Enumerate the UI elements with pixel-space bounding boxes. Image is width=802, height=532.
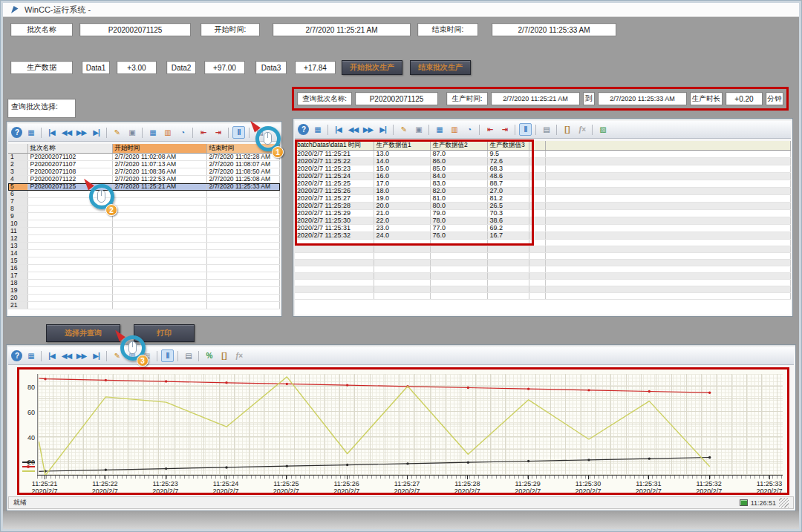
data-row[interactable]: 2020/2/7 11:25:2517.083.088.7 (295, 180, 791, 188)
start-batch-button[interactable]: 开始批次生产 (342, 60, 402, 75)
help-icon[interactable]: ? (11, 127, 22, 138)
toolbar-separator (177, 351, 178, 361)
pause-icon[interactable]: ‖ (232, 126, 245, 139)
percent-icon[interactable]: % (203, 349, 215, 362)
batch-row[interactable]: 13 (8, 243, 280, 250)
next-icon[interactable]: ▶▶ (75, 349, 88, 362)
start-time-field[interactable]: 2/7/2020 11:25:21 AM (273, 23, 411, 36)
batch-row[interactable]: 7 (8, 198, 280, 206)
batch-row[interactable]: 12 (8, 235, 280, 243)
first-record-icon[interactable]: |◀ (332, 123, 345, 136)
data-row[interactable]: 2020/2/7 11:25:2820.080.026.5 (295, 203, 791, 210)
next-icon[interactable]: ▶▶ (75, 126, 88, 139)
end-time-field[interactable]: 2/7/2020 11:25:33 AM (492, 23, 616, 36)
data-row[interactable]: 2020/2/7 11:25:2113.087.09.5 (295, 151, 791, 158)
batch-row[interactable]: 18 (8, 280, 280, 287)
copy-icon[interactable]: ▣ (125, 126, 138, 139)
pause-icon[interactable]: ‖ (519, 123, 532, 136)
print-button[interactable]: 打印 (134, 324, 195, 342)
columns-icon[interactable]: ▥ (448, 123, 460, 136)
batch-row[interactable]: 6 (8, 191, 280, 198)
batch-name-field[interactable]: P202002071125 (79, 23, 191, 36)
batch-row[interactable]: 9 (8, 213, 280, 220)
data-row[interactable]: 2020/2/7 11:25:2315.085.068.3 (295, 165, 791, 173)
batch-row[interactable]: 10 (8, 220, 280, 228)
batch-row[interactable]: 17 (8, 272, 280, 280)
batch-row[interactable]: 2P2020020711072/7/2020 11:07:13 AM2/7/20… (8, 161, 280, 168)
query-batch-name-value[interactable]: P202002071125 (355, 92, 438, 105)
previous-icon[interactable]: ◀◀ (60, 126, 73, 139)
export-icon[interactable]: ▦ (25, 349, 37, 362)
copy-icon[interactable]: ▣ (412, 123, 425, 136)
data-row[interactable] (295, 246, 791, 253)
select-and-query-button[interactable]: 选择并查询 (46, 324, 120, 342)
data-row[interactable]: 2020/2/7 11:25:2921.079.070.3 (295, 210, 791, 217)
batch-row[interactable]: 14 (8, 250, 280, 257)
help-icon[interactable]: ? (298, 124, 309, 135)
batch-row[interactable]: 3P2020020711082/7/2020 11:08:36 AM2/7/20… (8, 168, 280, 176)
last-record-icon[interactable]: ▶| (90, 349, 102, 362)
data-col-header (545, 141, 791, 151)
batch-row[interactable]: 15 (8, 257, 280, 265)
data-row[interactable] (295, 286, 791, 293)
data-cell (545, 180, 791, 188)
batch-row[interactable]: 11 (8, 228, 280, 235)
data-row[interactable]: 2020/2/7 11:25:2416.084.048.6 (295, 173, 791, 180)
data3-field[interactable]: +17.84 (295, 61, 336, 74)
help-icon[interactable]: ? (11, 350, 22, 361)
data-row[interactable] (295, 266, 791, 273)
batch-row[interactable]: 21 (8, 302, 280, 309)
data-row[interactable] (295, 280, 791, 286)
data-row[interactable] (295, 260, 791, 266)
select-range-icon[interactable]: [ ] (561, 123, 573, 136)
next-icon[interactable]: ▶▶ (362, 123, 374, 136)
data-row[interactable]: 2020/2/7 11:25:2618.082.027.0 (295, 188, 791, 195)
batch-row[interactable]: 5P2020020711252/7/2020 11:25:21 AM2/7/20… (8, 183, 280, 191)
time-range-end-icon[interactable]: ⇥ (498, 123, 511, 136)
pause-icon[interactable]: ‖ (161, 349, 174, 362)
export-icon[interactable]: ▦ (311, 123, 324, 136)
print-icon[interactable]: ▤ (182, 349, 195, 362)
batch-row[interactable]: 16 (8, 265, 280, 272)
time-range-end-icon[interactable]: ⇥ (212, 126, 224, 139)
resize-grip-icon[interactable] (779, 498, 789, 508)
columns-icon[interactable]: ▥ (161, 126, 174, 139)
previous-icon[interactable]: ◀◀ (347, 123, 359, 136)
select-range-icon[interactable]: [ ] (218, 349, 230, 362)
export-icon[interactable]: ▦ (25, 126, 37, 139)
x-major-tick (45, 476, 45, 479)
previous-icon[interactable]: ◀◀ (60, 349, 73, 362)
first-record-icon[interactable]: |◀ (45, 126, 58, 139)
batch-row[interactable]: 20 (8, 295, 280, 302)
data2-field[interactable]: +97.00 (204, 61, 245, 74)
data-row[interactable]: 2020/2/7 11:25:3022.078.038.6 (295, 217, 791, 225)
statistics-icon[interactable]: ▧ (596, 123, 609, 136)
batch-row[interactable]: 8 (8, 206, 280, 213)
data-row[interactable] (295, 293, 791, 300)
last-record-icon[interactable]: ▶| (376, 123, 389, 136)
data1-field[interactable]: +3.00 (117, 61, 157, 74)
grid-icon[interactable]: ▦ (146, 126, 159, 139)
data-row[interactable] (295, 253, 791, 260)
batch-row[interactable]: 1P2020020711022/7/2020 11:02:08 AM2/7/20… (8, 154, 280, 161)
time-range-start-icon[interactable]: ⇤ (197, 126, 209, 139)
data-cell (487, 240, 529, 246)
data-row[interactable]: 2020/2/7 11:25:2214.086.072.6 (295, 158, 791, 165)
data-row[interactable]: 2020/2/7 11:25:2719.081.081.2 (295, 195, 791, 203)
end-batch-button[interactable]: 结束批次生产 (410, 60, 471, 75)
time-range-start-icon[interactable]: ⇤ (483, 123, 496, 136)
batch-row[interactable]: 4P2020020711222/7/2020 11:22:53 AM2/7/20… (8, 176, 280, 183)
print-icon[interactable]: ▤ (540, 123, 552, 136)
edit-icon[interactable]: ✎ (111, 126, 123, 139)
grid-icon[interactable]: ▦ (433, 123, 446, 136)
data-row[interactable]: 2020/2/7 11:25:3123.077.069.2 (295, 225, 791, 232)
data-row[interactable] (295, 240, 791, 246)
edit-icon[interactable]: ✎ (397, 123, 410, 136)
time-base-icon[interactable]: ◔ (463, 123, 475, 136)
first-record-icon[interactable]: |◀ (45, 349, 58, 362)
data-row[interactable]: 2020/2/7 11:25:3224.076.016.7 (295, 232, 791, 240)
time-base-icon[interactable]: ◔ (176, 126, 189, 139)
last-record-icon[interactable]: ▶| (90, 126, 102, 139)
data-row[interactable] (295, 273, 791, 280)
batch-row[interactable]: 19 (8, 287, 280, 295)
